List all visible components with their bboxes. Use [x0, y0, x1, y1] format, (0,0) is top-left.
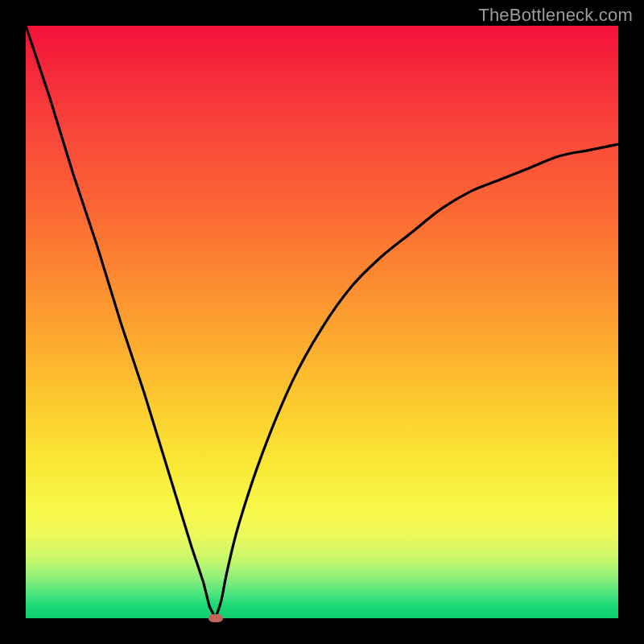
plot-area — [26, 26, 618, 618]
bottleneck-curve — [26, 26, 618, 618]
watermark-text: TheBottleneck.com — [478, 5, 633, 26]
minimum-marker — [208, 614, 223, 622]
chart-frame: TheBottleneck.com — [0, 0, 644, 644]
